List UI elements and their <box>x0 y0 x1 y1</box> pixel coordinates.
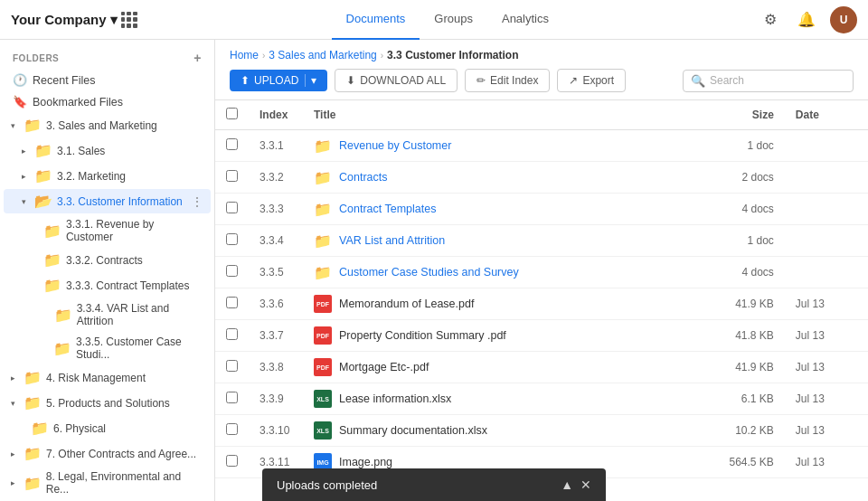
export-button[interactable]: ↗ Export <box>557 69 626 92</box>
xlsx-type-icon: XLS <box>314 390 332 408</box>
sidebar-item-folder-6[interactable]: 📁 6. Physical <box>4 416 211 440</box>
upload-button[interactable]: ⬆ UPLOAD ▾ <box>230 70 327 91</box>
sidebar-item-folder-5[interactable]: ▾ 📁 5. Products and Solutions <box>4 391 211 415</box>
cell-date: Jul 13 <box>785 383 868 415</box>
sidebar-item-folder-3-2[interactable]: ▸ 📁 3.2. Marketing <box>4 164 211 188</box>
settings-icon[interactable]: ⚙ <box>758 7 783 33</box>
folder-icon-4: 📁 <box>24 369 42 386</box>
toast-close-button[interactable]: ✕ <box>580 477 591 492</box>
row-checkbox[interactable] <box>226 392 238 403</box>
sidebar-section-header: FOLDERS + <box>0 43 214 69</box>
sidebar-item-folder-3-3[interactable]: ▾ 📂 3.3. Customer Information ⋮ <box>4 189 211 213</box>
cell-size: 41.9 KB <box>675 288 785 320</box>
cell-index: 3.3.10 <box>249 415 303 447</box>
row-checkbox[interactable] <box>226 328 238 340</box>
sidebar-item-folder-3-3-3[interactable]: 📁 3.3.3. Contract Templates <box>4 273 211 298</box>
folder-icon-3-3-5: 📁 <box>53 340 71 357</box>
cell-title[interactable]: XLSSummary documentation.xlsx <box>303 415 675 447</box>
breadcrumb-home[interactable]: Home <box>230 49 259 61</box>
cell-index: 3.3.1 <box>249 130 303 162</box>
sidebar-folder-4-label: 4. Risk Management <box>46 372 146 384</box>
add-folder-icon[interactable]: + <box>193 51 202 65</box>
cell-title[interactable]: PDFMortgage Etc-.pdf <box>303 352 675 383</box>
cell-title[interactable]: PDFProperty Condition Summary .pdf <box>303 320 675 352</box>
cell-title[interactable]: 📁Customer Case Studies and Survey <box>303 257 675 288</box>
nav-right: ⚙ 🔔 U <box>758 6 857 33</box>
upload-toast: Uploads completed ▲ ✕ <box>262 468 606 501</box>
sidebar-item-recent[interactable]: 🕐 Recent Files <box>4 70 211 90</box>
sidebar-folder-3-3-1-label: 3.3.1. Revenue by Customer <box>66 218 203 243</box>
sidebar-folder-5-label: 5. Products and Solutions <box>46 397 170 410</box>
sidebar-item-folder-4[interactable]: ▸ 📁 4. Risk Management <box>4 365 211 390</box>
row-checkbox[interactable] <box>226 423 238 435</box>
folder-type-icon: 📁 <box>314 200 332 218</box>
row-checkbox[interactable] <box>226 360 238 372</box>
cell-date <box>785 162 868 194</box>
download-label: DOWNLOAD ALL <box>360 74 446 87</box>
sidebar-item-folder-3[interactable]: ▾ 📁 3. Sales and Marketing <box>4 113 211 137</box>
table-row: 3.3.8PDFMortgage Etc-.pdf41.9 KBJul 13 <box>215 352 868 383</box>
sidebar-folder-8-label: 8. Legal, Environmental and Re... <box>46 470 203 496</box>
select-all-checkbox[interactable] <box>226 108 238 119</box>
content-area: Home › 3 Sales and Marketing › 3.3 Custo… <box>215 40 868 501</box>
row-checkbox[interactable] <box>226 265 238 277</box>
file-title-text: Lease information.xlsx <box>339 392 451 405</box>
kebab-menu-icon[interactable]: ⋮ <box>191 194 203 209</box>
cell-size: 1 doc <box>675 225 785 257</box>
expand-arrow-folder-5: ▾ <box>11 399 20 408</box>
toolbar: ⬆ UPLOAD ▾ ⬇ DOWNLOAD ALL ✏ Edit Index ↗… <box>230 69 854 92</box>
cell-index: 3.3.8 <box>249 352 303 383</box>
sidebar-item-folder-3-3-2[interactable]: 📁 3.3.2. Contracts <box>4 248 211 272</box>
file-title-text: Revenue by Customer <box>339 139 451 152</box>
cell-title[interactable]: PDFMemorandum of Lease.pdf <box>303 288 675 320</box>
file-title-text: Contract Templates <box>339 203 436 215</box>
cell-title[interactable]: 📁VAR List and Attrition <box>303 225 675 257</box>
cell-title[interactable]: XLSLease information.xlsx <box>303 383 675 415</box>
cell-title[interactable]: 📁Contract Templates <box>303 194 675 225</box>
top-nav: Your Company ▾ Documents Groups Analytic… <box>0 0 868 40</box>
sidebar-item-folder-3-3-1[interactable]: 📁 3.3.1. Revenue by Customer <box>4 214 211 247</box>
cell-title[interactable]: 📁Contracts <box>303 162 675 194</box>
row-checkbox[interactable] <box>226 297 238 308</box>
sidebar-item-bookmarked[interactable]: 🔖 Bookmarked Files <box>4 91 211 112</box>
sidebar-section-label: FOLDERS <box>13 53 59 63</box>
toast-minimize-button[interactable]: ▲ <box>561 477 573 492</box>
edit-index-button[interactable]: ✏ Edit Index <box>465 69 550 92</box>
download-all-button[interactable]: ⬇ DOWNLOAD ALL <box>335 69 458 92</box>
cell-index: 3.3.5 <box>249 257 303 288</box>
expand-arrow-folder-4: ▸ <box>11 373 20 383</box>
sidebar-item-folder-3-3-5[interactable]: 📁 3.3.5. Customer Case Studi... <box>4 332 211 364</box>
col-index: Index <box>249 100 303 130</box>
sidebar-item-folder-3-1[interactable]: ▸ 📁 3.1. Sales <box>4 138 211 163</box>
breadcrumb-parent[interactable]: 3 Sales and Marketing <box>269 49 376 61</box>
search-box[interactable]: 🔍 <box>683 70 854 92</box>
notifications-icon[interactable]: 🔔 <box>794 7 819 33</box>
nav-analytics[interactable]: Analytics <box>487 0 563 40</box>
grid-icon[interactable] <box>121 12 137 28</box>
sidebar-folder-3-3-5-label: 3.3.5. Customer Case Studi... <box>76 336 203 361</box>
upload-caret-icon[interactable]: ▾ <box>305 74 316 87</box>
row-checkbox[interactable] <box>226 202 238 213</box>
avatar[interactable]: U <box>830 6 857 33</box>
sidebar-item-folder-8[interactable]: ▸ 📁 8. Legal, Environmental and Re... <box>4 467 211 499</box>
row-checkbox[interactable] <box>226 138 238 150</box>
cell-index: 3.3.6 <box>249 288 303 320</box>
cell-title[interactable]: 📁Revenue by Customer <box>303 130 675 162</box>
table-row: 3.3.9XLSLease information.xlsx6.1 KBJul … <box>215 383 868 415</box>
search-input[interactable] <box>710 74 845 87</box>
row-checkbox[interactable] <box>226 455 238 467</box>
main-nav: Documents Groups Analytics <box>332 0 563 40</box>
sidebar-item-folder-7[interactable]: ▸ 📁 7. Other Contracts and Agree... <box>4 441 211 466</box>
cell-index: 3.3.3 <box>249 194 303 225</box>
sidebar-item-folder-3-3-4[interactable]: 📁 3.3.4. VAR List and Attrition <box>4 298 211 331</box>
cell-date <box>785 225 868 257</box>
nav-groups[interactable]: Groups <box>420 0 487 40</box>
folder-icon-8: 📁 <box>24 475 42 492</box>
content-header: Home › 3 Sales and Marketing › 3.3 Custo… <box>215 40 868 100</box>
breadcrumb: Home › 3 Sales and Marketing › 3.3 Custo… <box>230 49 854 61</box>
file-table: Index Title Size Date 3.3.1📁Revenue by C… <box>215 100 868 478</box>
row-checkbox[interactable] <box>226 233 238 245</box>
nav-documents[interactable]: Documents <box>332 0 420 40</box>
row-checkbox[interactable] <box>226 170 238 182</box>
company-name[interactable]: Your Company ▾ <box>11 12 137 28</box>
